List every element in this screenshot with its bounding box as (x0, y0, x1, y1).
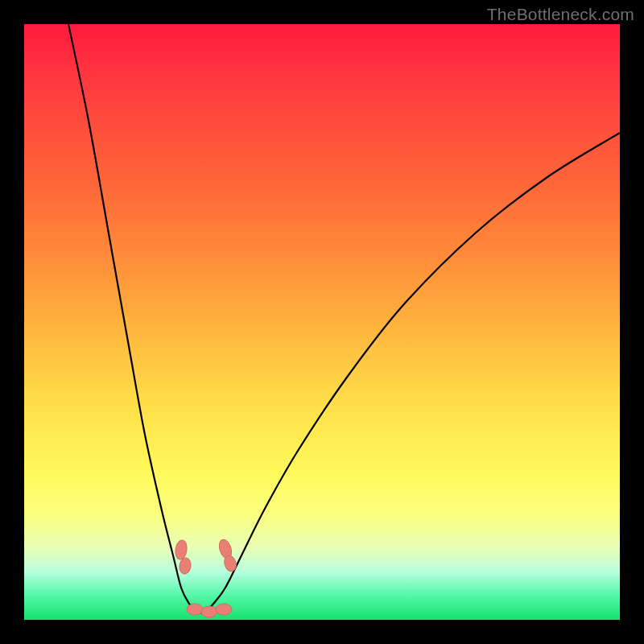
marker-bottom-1 (187, 604, 203, 615)
curve-layer (24, 24, 620, 620)
watermark-text: TheBottleneck.com (487, 5, 634, 24)
marker-bottom-3 (216, 604, 232, 615)
bottleneck-curve (68, 24, 620, 613)
marker-layer (174, 538, 237, 617)
marker-bottom-2 (201, 606, 217, 617)
marker-left-top (174, 539, 188, 560)
gradient-plot-area (24, 24, 620, 620)
outer-frame: TheBottleneck.com (0, 0, 644, 644)
